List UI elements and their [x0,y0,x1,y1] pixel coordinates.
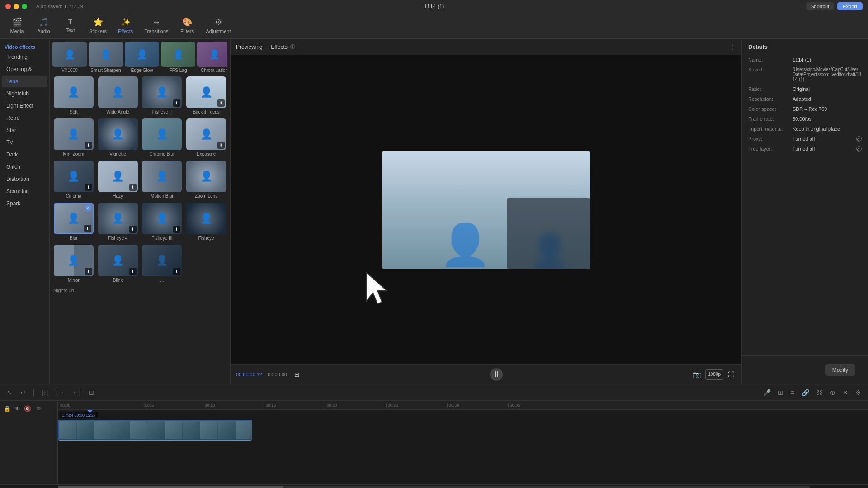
text-icon: T [68,18,73,26]
trim-left-button[interactable]: [→ [54,388,66,398]
download-fisheye2-icon[interactable]: ⬇ [173,99,180,107]
effect-edge-glow[interactable]: 👤 Edge Glow [125,42,159,73]
download-more-icon[interactable]: ⬇ [173,268,180,275]
download-mirror-icon[interactable]: ⬇ [85,268,92,275]
download-fisheye3-icon[interactable]: ⬇ [173,226,180,233]
right-panel: Details Name: 1114 (1) Saved: /Users/xip… [741,39,868,384]
effect-motion-blur[interactable]: 👤 Motion Blur [141,160,184,200]
effect-zoom-lens[interactable]: 👤 Zoom Lens [185,160,227,200]
toolbar-filters[interactable]: 🎨 Filters [175,15,200,36]
effect-soft[interactable]: 👤 Soft [52,76,95,116]
preview-menu-icon[interactable]: ⋮ [730,43,736,51]
effect-fisheye4[interactable]: 👤 ⬇ Fisheye 4 [97,202,139,242]
effect-cinema[interactable]: 👤 ⬇ Cinema [52,160,95,200]
download-hazy-icon[interactable]: ⬇ [129,184,137,191]
download-cinema-icon[interactable]: ⬇ [85,184,92,191]
export-button[interactable]: Export [837,2,863,10]
copy-button[interactable]: ⊕ [828,388,838,398]
hide-icon[interactable]: 👁 [14,404,21,413]
download-minizoom-icon[interactable]: ⬇ [85,142,92,149]
effect-wide-angle[interactable]: 👤 Wide Angle [97,76,139,116]
layout-button[interactable]: ⊞ [776,388,786,398]
toolbar-stickers[interactable]: ⭐ Stickers [85,15,111,36]
grid-view-button[interactable]: ⊞ [292,369,302,380]
toolbar-text[interactable]: T Text [58,16,83,35]
track-button[interactable]: ≡ [788,388,797,398]
mic-button[interactable]: 🎤 [761,388,773,398]
shortcut-button[interactable]: Shortcut [806,2,834,10]
fullscreen-button[interactable]: ⛶ [726,369,736,380]
more-tools-button[interactable]: ⊡ [86,388,96,398]
sidebar-item-lighteffect[interactable]: Light Effect [2,100,47,112]
sidebar-item-distortion[interactable]: Distortion [2,173,47,185]
proxy-toggle[interactable]: ○ [856,136,862,142]
mute-icon[interactable]: 🔇 [23,404,32,413]
effect-backlit-focus[interactable]: 👤 ⬇ Backlit Focus [185,76,227,116]
delete-button[interactable]: ✕ [840,388,850,398]
link-button[interactable]: 🔗 [799,388,811,398]
maximize-button[interactable] [22,4,27,9]
download-fisheye4-icon[interactable]: ⬇ [129,226,137,233]
effect-hazy[interactable]: 👤 ⬇ Hazy [97,160,139,200]
toolbar-effects[interactable]: ✨ Effects [113,15,138,36]
minimize-button[interactable] [14,4,19,9]
effect-exposure[interactable]: 👤 ⬇ Exposure [185,118,227,158]
sidebar-item-lens[interactable]: Lens [2,76,47,87]
download-exposure-icon[interactable]: ⬇ [217,142,225,149]
playhead[interactable] [90,410,90,414]
effect-fisheye[interactable]: 👤 Fisheye [185,202,227,242]
sidebar-item-glitch[interactable]: Glitch [2,161,47,173]
sidebar-item-scanning[interactable]: Scanning [2,185,47,197]
lock-icon[interactable]: 🔒 [3,404,12,413]
play-pause-button[interactable]: ⏸ [490,368,503,381]
effect-chromation[interactable]: 👤 Chrom...ation [197,42,227,73]
timeline-scrollbar[interactable] [0,484,868,488]
toolbar-transitions[interactable]: ↔ Transitions [140,16,173,36]
quality-button[interactable]: 1080p [705,369,723,380]
effect-fisheye2[interactable]: 👤 ⬇ Fisheye II [141,76,184,116]
effect-mirror[interactable]: 👤 ⬇ Mirror [52,244,95,284]
effect-more[interactable]: 👤 ⬇ ... [141,244,184,284]
download-blink-icon[interactable]: ⬇ [129,268,137,275]
select-tool-button[interactable]: ↖ [5,388,14,398]
detail-framerate: Frame rate: 30.00fps [748,116,862,122]
effect-mini-zoom[interactable]: 👤 ⬇ Mini Zoom [52,118,95,158]
toolbar-media[interactable]: 🎬 Media [5,15,29,36]
undo-button[interactable]: ↩ [18,388,28,398]
sidebar-item-trending[interactable]: Trending [2,51,47,63]
toolbar-audio[interactable]: 🎵 Audio [31,15,56,36]
trim-right-button[interactable]: ←] [70,388,83,398]
effect-blink[interactable]: 👤 ⬇ Blink [97,244,139,284]
unlink-button[interactable]: ⛓ [814,388,825,398]
effect-vx1000[interactable]: 👤 VX1000 [52,42,87,73]
video-track[interactable] [58,420,252,441]
close-button[interactable] [5,4,11,9]
sidebar-item-nightclub[interactable]: Nightclub [2,88,47,99]
screenshot-button[interactable]: 📷 [691,369,703,380]
detail-colorspace: Color space: SDR – Rec.709 [748,106,862,112]
title-bar: Auto saved: 11:17:39 1114 (1) Shortcut E… [0,0,868,13]
sidebar-item-opening[interactable]: Opening &... [2,63,47,75]
sidebar-item-spark[interactable]: Spark [2,198,47,209]
effect-smart-sharpen[interactable]: 👤 Smart Sharpen [89,42,123,73]
effect-chrome-blur[interactable]: 👤 Chrome Blur [141,118,184,158]
download-backlit-icon[interactable]: ⬇ [217,99,225,107]
effect-fps-lag[interactable]: 👤 FPS Lag [161,42,195,73]
effect-fisheye3[interactable]: 👤 ⬇ Fisheye III [141,202,184,242]
edit-icon[interactable]: ✏ [36,404,42,413]
timeline-ruler: 00:00 | 00:05 | 00:10 | 00:15 | 00:20 | … [58,401,868,410]
detail-name: Name: 1114 (1) [748,57,862,62]
toolbar-adjustment[interactable]: ⚙ Adjustment [202,15,236,36]
split-button[interactable]: |↕| [39,388,50,398]
video-person: 👤 [440,221,491,269]
download-blur-icon[interactable]: ⬇ [84,225,91,232]
sidebar-item-retro[interactable]: Retro [2,112,47,124]
sidebar-item-star[interactable]: Star [2,124,47,136]
modify-button[interactable]: Modify [825,364,855,376]
free-layer-toggle[interactable]: ○ [856,146,862,152]
sidebar-item-dark[interactable]: Dark [2,149,47,161]
effect-blur[interactable]: 👤 ✓ ⬇ Blur [52,202,95,242]
settings-button[interactable]: ⚙ [853,388,863,398]
sidebar-item-tv[interactable]: TV [2,137,47,148]
effect-vignette[interactable]: 👤 Vignette [97,118,139,158]
